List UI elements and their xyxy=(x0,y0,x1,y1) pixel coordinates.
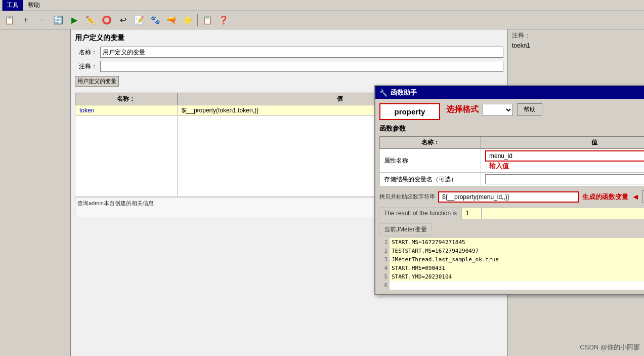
jmeter-var-num: 5 xyxy=(379,272,390,281)
toolbar-new[interactable]: 📋 xyxy=(2,13,17,27)
params-table: 名称： 值 属性名称 输入值 存储结果的变 xyxy=(379,136,644,186)
input-val-label: 输入值 xyxy=(489,162,509,170)
toolbar-debug[interactable]: 🐾 xyxy=(148,13,163,27)
jmeter-var-num: 3 xyxy=(379,255,390,264)
menu-help[interactable]: 帮助 xyxy=(23,0,45,11)
menu-id-input[interactable] xyxy=(485,150,644,162)
jmeter-var-content: START.MS=1672794271845 xyxy=(390,238,644,247)
result-label: The result of the function is xyxy=(379,207,461,219)
format-label: 选择格式 xyxy=(446,104,479,115)
jmeter-var-content: TESTSTART.MS=1672794290497 xyxy=(390,247,644,255)
jmeter-vars-table: 1START.MS=16727942718452TESTSTART.MS=167… xyxy=(379,238,644,290)
attr-value-cell[interactable]: 输入值 xyxy=(481,149,645,173)
store-val-cell[interactable] xyxy=(481,173,645,186)
var-table-header-name: 名称： xyxy=(75,93,178,105)
toolbar-remove[interactable]: － xyxy=(34,13,50,27)
store-var-cell: 存储结果的变量名（可选） xyxy=(380,173,481,186)
comment-label: 注释： xyxy=(75,62,100,71)
sub-panel-label: 用户定义的变量 xyxy=(75,76,119,87)
toolbar-gun[interactable]: 🔫 xyxy=(164,13,179,27)
menu-bar: 工具 帮助 xyxy=(0,0,644,11)
toolbar-list[interactable]: 📋 xyxy=(200,13,215,27)
jmeter-var-content: JMeterThread.last_sample_ok=true xyxy=(390,255,644,264)
gen-func-label: 生成的函数变量 xyxy=(582,192,628,202)
copy-label: 拷贝并粘贴函数字符串 xyxy=(379,193,435,201)
right-label: 注释： xyxy=(512,31,640,40)
jmeter-var-num: 4 xyxy=(379,264,390,272)
dialog-body: property 选择格式 帮助 函数参数 xyxy=(375,99,644,294)
property-box[interactable]: property xyxy=(379,103,440,120)
jmeter-var-row: 2TESTSTART.MS=1672794290497 xyxy=(379,247,644,255)
jmeter-var-num: 1 xyxy=(379,238,390,247)
format-select[interactable] xyxy=(483,104,513,116)
copy-input[interactable] xyxy=(438,191,579,203)
name-input[interactable] xyxy=(100,47,503,58)
params-header-name: 名称： xyxy=(380,137,481,149)
copy-section: 拷贝并粘贴函数字符串 生成的函数变量 ◄ 生成 重置变量 xyxy=(379,190,644,203)
help-button[interactable]: 帮助 xyxy=(517,103,542,116)
result-num: 1 xyxy=(461,207,482,219)
toolbar: 📋 ＋ － 🔄 ▶ ✏️ ⭕ ↩ 📝 🐾 🔫 ⭐ 📋 ❓ xyxy=(0,11,644,29)
toolbar-script[interactable]: 📝 xyxy=(132,13,147,27)
menu-tools[interactable]: 工具 xyxy=(2,0,23,11)
jmeter-vars-section: 当前JMeter变量 1START.MS=16727942718452TESTS… xyxy=(379,223,644,290)
toolbar-add[interactable]: ＋ xyxy=(18,13,33,27)
jmeter-vars-label: 当前JMeter变量 xyxy=(379,223,432,236)
dialog-title-icon: 🔧 xyxy=(379,89,388,97)
csdn-watermark: CSDN @你的小阿廖 xyxy=(580,343,640,352)
func-params-label: 函数参数 xyxy=(379,124,644,133)
jmeter-var-row: 4START.HMS=090431 xyxy=(379,264,644,272)
dialog-title-text: 函数助手 xyxy=(391,88,417,97)
jmeter-var-row: 3JMeterThread.last_sample_ok=true xyxy=(379,255,644,264)
toolbar-help[interactable]: ❓ xyxy=(216,13,231,27)
panel-title: 用户定义的变量 xyxy=(75,33,503,43)
right-token: toekn1 xyxy=(512,42,640,49)
store-val-input[interactable] xyxy=(485,174,644,184)
comment-row: 注释： xyxy=(75,61,503,72)
name-label: 名称： xyxy=(75,48,100,57)
toolbar-back[interactable]: ↩ xyxy=(115,13,131,27)
jmeter-var-row: 6 xyxy=(379,281,644,290)
var-name-cell: token xyxy=(75,105,178,116)
attr-name-cell: 属性名称 xyxy=(380,149,481,173)
jmeter-var-content: START.YMD=20230104 xyxy=(390,272,644,281)
jmeter-var-content xyxy=(390,281,644,290)
comment-input[interactable] xyxy=(100,61,503,72)
jmeter-var-num: 2 xyxy=(379,247,390,255)
toolbar-edit[interactable]: ✏️ xyxy=(83,13,98,27)
format-section: 选择格式 帮助 xyxy=(446,103,542,116)
name-row: 名称： xyxy=(75,47,503,58)
center-content: 用户定义的变量 名称： 注释： 用户定义的变量 名称： 值 token xyxy=(71,29,507,356)
jmeter-var-row: 1START.MS=1672794271845 xyxy=(379,238,644,247)
left-sidebar xyxy=(0,29,71,356)
sidebar-text xyxy=(2,31,68,33)
jmeter-var-row: 5START.YMD=20230104 xyxy=(379,272,644,281)
jmeter-var-num: 6 xyxy=(379,281,390,290)
function-dialog: 🔧 函数助手 property 选择格式 帮助 xyxy=(374,85,644,295)
arrow-icon: ◄ xyxy=(631,192,639,202)
result-value xyxy=(482,207,644,219)
params-row-2: 存储结果的变量名（可选） xyxy=(380,173,645,186)
dialog-top-row: property 选择格式 帮助 xyxy=(379,103,644,120)
params-row-1: 属性名称 输入值 xyxy=(380,149,645,173)
toolbar-star[interactable]: ⭐ xyxy=(180,13,195,27)
dialog-title-bar: 🔧 函数助手 xyxy=(375,86,644,99)
jmeter-var-content: START.HMS=090431 xyxy=(390,264,644,272)
toolbar-circle[interactable]: ⭕ xyxy=(99,13,114,27)
params-header-value: 值 xyxy=(481,137,645,149)
result-row: The result of the function is 1 xyxy=(379,207,644,219)
main-area: 用户定义的变量 名称： 注释： 用户定义的变量 名称： 值 token xyxy=(0,29,644,356)
toolbar-refresh[interactable]: 🔄 xyxy=(51,13,66,27)
toolbar-run[interactable]: ▶ xyxy=(67,13,82,27)
toolbar-separator xyxy=(197,14,198,26)
bottom-note-text: 查询admin本自创建的相关信息 xyxy=(77,200,154,206)
